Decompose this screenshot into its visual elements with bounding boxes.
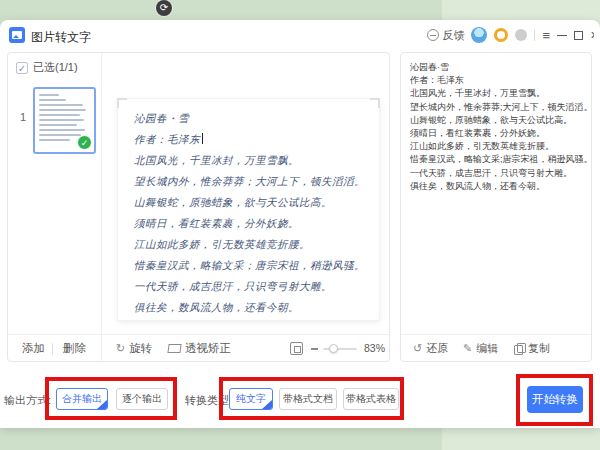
workspace-panel: ✓ 已选(1/1) 1 ✓ 沁园春・雪作者：毛泽东北国风光，千里冰封，万里雪飘。… <box>7 52 390 362</box>
start-convert-button[interactable]: 开始转换 <box>527 386 583 413</box>
rotate-icon: ↻ <box>116 343 125 354</box>
poem-line: 惜秦皇汉武，略输文采；唐宗宋祖，稍逊风骚。 <box>134 255 373 276</box>
fit-to-window-icon[interactable] <box>290 342 303 355</box>
plain-text-button[interactable]: 纯文字 <box>229 388 273 410</box>
crop-corner-icon <box>370 98 380 108</box>
merge-output-button[interactable]: 合并输出 <box>56 388 108 410</box>
ocr-line: 惜秦皇汉武，略输文采;唐宗宋祖，稍逊风骚。 <box>410 153 587 166</box>
ocr-line: 北国风光，千里冰封，万里雪飘。 <box>410 87 587 100</box>
poem-line: 望长城内外，惟余莽莽；大河上下，顿失滔滔。 <box>134 171 373 192</box>
poem-line: 一代天骄，成吉思汗，只识弯弓射大雕。 <box>134 276 373 297</box>
ocr-line: 作者：毛泽东 <box>410 74 587 87</box>
ocr-line: 一代天骄，成吉思汗，只识弯弓射大雕。 <box>410 167 587 180</box>
copy-label: 复制 <box>528 341 550 356</box>
restore-label: 还原 <box>426 341 448 356</box>
toolbar-divider <box>52 343 53 355</box>
poem-preview-text: 沁园春・雪作者：毛泽东北国风光，千里冰封，万里雪飘。望长城内外，惟余莽莽；大河上… <box>134 108 373 318</box>
delete-label: 删除 <box>63 341 86 356</box>
close-button[interactable]: ✕ <box>590 29 594 42</box>
feedback-button[interactable]: 反馈 <box>427 28 464 43</box>
crop-corner-icon <box>117 98 127 108</box>
add-button[interactable]: 添加 <box>22 341 45 356</box>
poem-line: 沁园春・雪 <box>134 108 373 129</box>
result-toolbar: ↺ 还原 ✎ 编辑 复制 <box>401 334 591 361</box>
poem-line: 北国风光，千里冰封，万里雪飘。 <box>134 150 373 171</box>
add-label: 添加 <box>22 341 45 356</box>
thumbnail-selected-check-icon: ✓ <box>77 135 92 150</box>
poem-line: 须晴日，看红装素裹，分外妖娆。 <box>134 213 373 234</box>
thumbnail-index: 1 <box>20 111 26 123</box>
panel-divider <box>101 53 102 361</box>
edit-button[interactable]: ✎ 编辑 <box>463 341 498 356</box>
restore-icon: ↺ <box>413 343 422 354</box>
vip-badge-icon[interactable] <box>494 28 508 42</box>
perspective-correct-button[interactable]: 透视矫正 <box>168 341 231 356</box>
zoom-out-button[interactable] <box>311 348 318 350</box>
ocr-line: 望长城内外，惟余莽莽;大河上下，顿失滔滔。 <box>410 101 587 114</box>
perspective-label: 透视矫正 <box>185 341 231 356</box>
edit-label: 编辑 <box>476 341 498 356</box>
app-icon <box>9 27 25 43</box>
formatted-doc-button[interactable]: 带格式文档 <box>279 388 337 410</box>
poem-line: 山舞银蛇，原驰蜡象，欲与天公试比高。 <box>134 192 373 213</box>
ocr-line: 俱往矣，数风流人物，还看今朝。 <box>410 180 587 193</box>
titlebar-controls: 反馈 ≡ ✕ <box>427 20 594 50</box>
delete-button[interactable]: 删除 <box>63 341 86 356</box>
app-title: 图片转文字 <box>31 29 91 46</box>
output-mode-label: 输出方式: <box>4 393 51 408</box>
menu-button[interactable]: ≡ <box>542 29 550 42</box>
ocr-line: 江山如此多娇，引无数英雄竞折腰。 <box>410 140 587 153</box>
user-avatar[interactable] <box>471 27 487 43</box>
zoom-percent-label: 83% <box>364 342 385 354</box>
select-all-checkbox[interactable]: ✓ <box>16 62 28 74</box>
inactive-badge-icon[interactable] <box>515 29 527 41</box>
ocr-line: 沁园春·雪 <box>410 61 587 74</box>
copy-icon <box>514 343 524 354</box>
feedback-bubble-icon <box>427 29 439 41</box>
selected-count-label: 已选(1/1) <box>33 60 78 75</box>
preview-toolbar: 添加 删除 ↻ 旋转 透视矫正 83% <box>8 334 389 361</box>
convert-type-label: 转换类型: <box>185 393 232 408</box>
formatted-table-button[interactable]: 带格式表格 <box>343 388 399 410</box>
select-all-row[interactable]: ✓ 已选(1/1) <box>16 60 78 75</box>
feedback-label: 反馈 <box>442 28 464 43</box>
image-preview[interactable]: 沁园春・雪作者：毛泽东北国风光，千里冰封，万里雪飘。望长城内外，惟余莽莽；大河上… <box>118 99 379 320</box>
poem-line: 作者：毛泽东 <box>134 129 373 150</box>
result-panel: 沁园春·雪作者：毛泽东北国风光，千里冰封，万里雪飘。望长城内外，惟余莽莽;大河上… <box>400 52 592 362</box>
poem-line: 江山如此多娇，引无数英雄竞折腰。 <box>134 234 373 255</box>
screen-cursor-indicator-icon: ⟳ <box>156 0 172 16</box>
individual-output-button[interactable]: 逐个输出 <box>116 388 168 410</box>
maximize-button[interactable] <box>574 31 583 40</box>
rotate-button[interactable]: ↻ 旋转 <box>116 341 152 356</box>
thumbnail-item[interactable]: ✓ <box>33 87 96 154</box>
titlebar-divider <box>534 29 535 41</box>
minimize-button[interactable] <box>557 35 567 36</box>
ocr-result-text: 沁园春·雪作者：毛泽东北国风光，千里冰封，万里雪飘。望长城内外，惟余莽莽;大河上… <box>410 61 587 193</box>
ocr-line: 山舞银蛇，原驰蜡象，欲与天公试比高。 <box>410 114 587 127</box>
ocr-line: 须晴日，看红装素裹，分外妖娆。 <box>410 127 587 140</box>
copy-button[interactable]: 复制 <box>514 341 550 356</box>
poem-line: 俱往矣，数风流人物，还看今朝。 <box>134 297 373 318</box>
rotate-label: 旋转 <box>129 341 152 356</box>
restore-button[interactable]: ↺ 还原 <box>413 341 448 356</box>
edit-icon: ✎ <box>463 343 472 354</box>
zoom-slider-handle[interactable] <box>329 344 338 353</box>
perspective-icon <box>167 344 181 353</box>
